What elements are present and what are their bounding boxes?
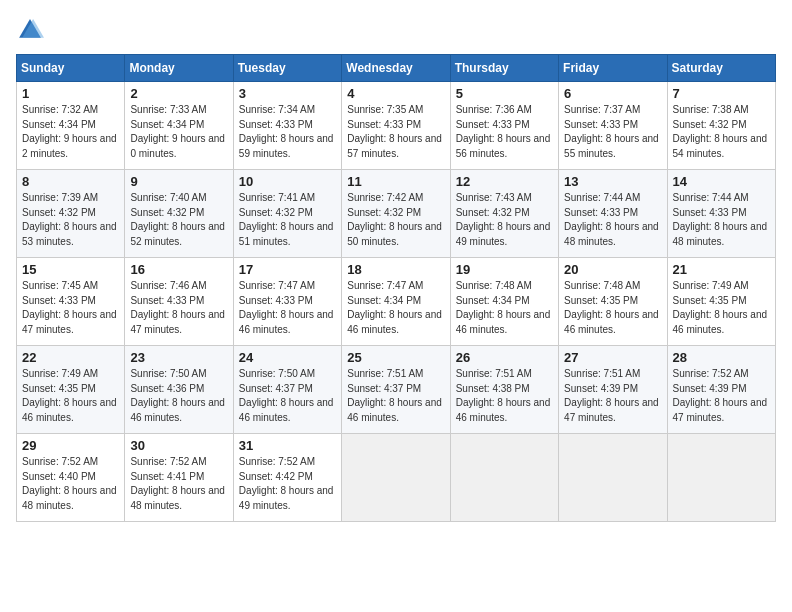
calendar-cell: 18 Sunrise: 7:47 AMSunset: 4:34 PMDaylig… <box>342 258 450 346</box>
day-number: 21 <box>673 262 770 277</box>
cell-info: Sunrise: 7:40 AMSunset: 4:32 PMDaylight:… <box>130 192 225 247</box>
day-number: 11 <box>347 174 444 189</box>
day-number: 15 <box>22 262 119 277</box>
calendar-cell: 5 Sunrise: 7:36 AMSunset: 4:33 PMDayligh… <box>450 82 558 170</box>
day-number: 31 <box>239 438 336 453</box>
day-number: 3 <box>239 86 336 101</box>
cell-info: Sunrise: 7:51 AMSunset: 4:38 PMDaylight:… <box>456 368 551 423</box>
day-number: 22 <box>22 350 119 365</box>
cell-info: Sunrise: 7:52 AMSunset: 4:39 PMDaylight:… <box>673 368 768 423</box>
weekday-header: Sunday <box>17 55 125 82</box>
calendar-cell: 15 Sunrise: 7:45 AMSunset: 4:33 PMDaylig… <box>17 258 125 346</box>
cell-info: Sunrise: 7:35 AMSunset: 4:33 PMDaylight:… <box>347 104 442 159</box>
cell-info: Sunrise: 7:52 AMSunset: 4:41 PMDaylight:… <box>130 456 225 511</box>
calendar-cell: 4 Sunrise: 7:35 AMSunset: 4:33 PMDayligh… <box>342 82 450 170</box>
day-number: 19 <box>456 262 553 277</box>
cell-info: Sunrise: 7:34 AMSunset: 4:33 PMDaylight:… <box>239 104 334 159</box>
day-number: 4 <box>347 86 444 101</box>
logo-icon <box>16 16 44 44</box>
calendar-cell: 2 Sunrise: 7:33 AMSunset: 4:34 PMDayligh… <box>125 82 233 170</box>
weekday-header: Tuesday <box>233 55 341 82</box>
weekday-header: Monday <box>125 55 233 82</box>
calendar-cell <box>450 434 558 522</box>
cell-info: Sunrise: 7:36 AMSunset: 4:33 PMDaylight:… <box>456 104 551 159</box>
calendar-cell: 30 Sunrise: 7:52 AMSunset: 4:41 PMDaylig… <box>125 434 233 522</box>
day-number: 20 <box>564 262 661 277</box>
calendar-week-row: 29 Sunrise: 7:52 AMSunset: 4:40 PMDaylig… <box>17 434 776 522</box>
day-number: 2 <box>130 86 227 101</box>
day-number: 17 <box>239 262 336 277</box>
day-number: 10 <box>239 174 336 189</box>
cell-info: Sunrise: 7:51 AMSunset: 4:39 PMDaylight:… <box>564 368 659 423</box>
day-number: 18 <box>347 262 444 277</box>
calendar-header-row: SundayMondayTuesdayWednesdayThursdayFrid… <box>17 55 776 82</box>
weekday-header: Saturday <box>667 55 775 82</box>
weekday-header: Wednesday <box>342 55 450 82</box>
day-number: 28 <box>673 350 770 365</box>
cell-info: Sunrise: 7:38 AMSunset: 4:32 PMDaylight:… <box>673 104 768 159</box>
cell-info: Sunrise: 7:48 AMSunset: 4:35 PMDaylight:… <box>564 280 659 335</box>
cell-info: Sunrise: 7:44 AMSunset: 4:33 PMDaylight:… <box>564 192 659 247</box>
calendar-cell: 31 Sunrise: 7:52 AMSunset: 4:42 PMDaylig… <box>233 434 341 522</box>
calendar-cell: 28 Sunrise: 7:52 AMSunset: 4:39 PMDaylig… <box>667 346 775 434</box>
calendar-cell: 11 Sunrise: 7:42 AMSunset: 4:32 PMDaylig… <box>342 170 450 258</box>
day-number: 7 <box>673 86 770 101</box>
calendar-cell: 26 Sunrise: 7:51 AMSunset: 4:38 PMDaylig… <box>450 346 558 434</box>
calendar-cell: 24 Sunrise: 7:50 AMSunset: 4:37 PMDaylig… <box>233 346 341 434</box>
calendar-cell: 3 Sunrise: 7:34 AMSunset: 4:33 PMDayligh… <box>233 82 341 170</box>
day-number: 25 <box>347 350 444 365</box>
day-number: 29 <box>22 438 119 453</box>
calendar-cell: 13 Sunrise: 7:44 AMSunset: 4:33 PMDaylig… <box>559 170 667 258</box>
cell-info: Sunrise: 7:46 AMSunset: 4:33 PMDaylight:… <box>130 280 225 335</box>
cell-info: Sunrise: 7:41 AMSunset: 4:32 PMDaylight:… <box>239 192 334 247</box>
logo <box>16 16 48 44</box>
day-number: 9 <box>130 174 227 189</box>
calendar-week-row: 22 Sunrise: 7:49 AMSunset: 4:35 PMDaylig… <box>17 346 776 434</box>
cell-info: Sunrise: 7:48 AMSunset: 4:34 PMDaylight:… <box>456 280 551 335</box>
cell-info: Sunrise: 7:52 AMSunset: 4:40 PMDaylight:… <box>22 456 117 511</box>
day-number: 13 <box>564 174 661 189</box>
cell-info: Sunrise: 7:47 AMSunset: 4:34 PMDaylight:… <box>347 280 442 335</box>
calendar-cell: 10 Sunrise: 7:41 AMSunset: 4:32 PMDaylig… <box>233 170 341 258</box>
calendar-cell: 6 Sunrise: 7:37 AMSunset: 4:33 PMDayligh… <box>559 82 667 170</box>
calendar-cell <box>342 434 450 522</box>
weekday-header: Thursday <box>450 55 558 82</box>
calendar-cell: 20 Sunrise: 7:48 AMSunset: 4:35 PMDaylig… <box>559 258 667 346</box>
day-number: 26 <box>456 350 553 365</box>
cell-info: Sunrise: 7:51 AMSunset: 4:37 PMDaylight:… <box>347 368 442 423</box>
calendar-cell <box>559 434 667 522</box>
calendar-cell: 25 Sunrise: 7:51 AMSunset: 4:37 PMDaylig… <box>342 346 450 434</box>
cell-info: Sunrise: 7:39 AMSunset: 4:32 PMDaylight:… <box>22 192 117 247</box>
calendar-cell: 19 Sunrise: 7:48 AMSunset: 4:34 PMDaylig… <box>450 258 558 346</box>
day-number: 5 <box>456 86 553 101</box>
cell-info: Sunrise: 7:42 AMSunset: 4:32 PMDaylight:… <box>347 192 442 247</box>
weekday-header: Friday <box>559 55 667 82</box>
calendar-cell: 16 Sunrise: 7:46 AMSunset: 4:33 PMDaylig… <box>125 258 233 346</box>
calendar-week-row: 15 Sunrise: 7:45 AMSunset: 4:33 PMDaylig… <box>17 258 776 346</box>
calendar-cell: 22 Sunrise: 7:49 AMSunset: 4:35 PMDaylig… <box>17 346 125 434</box>
calendar-cell: 12 Sunrise: 7:43 AMSunset: 4:32 PMDaylig… <box>450 170 558 258</box>
cell-info: Sunrise: 7:50 AMSunset: 4:36 PMDaylight:… <box>130 368 225 423</box>
cell-info: Sunrise: 7:33 AMSunset: 4:34 PMDaylight:… <box>130 104 225 159</box>
cell-info: Sunrise: 7:50 AMSunset: 4:37 PMDaylight:… <box>239 368 334 423</box>
day-number: 8 <box>22 174 119 189</box>
cell-info: Sunrise: 7:37 AMSunset: 4:33 PMDaylight:… <box>564 104 659 159</box>
calendar-cell: 29 Sunrise: 7:52 AMSunset: 4:40 PMDaylig… <box>17 434 125 522</box>
cell-info: Sunrise: 7:47 AMSunset: 4:33 PMDaylight:… <box>239 280 334 335</box>
calendar-week-row: 1 Sunrise: 7:32 AMSunset: 4:34 PMDayligh… <box>17 82 776 170</box>
day-number: 12 <box>456 174 553 189</box>
day-number: 24 <box>239 350 336 365</box>
calendar-cell: 7 Sunrise: 7:38 AMSunset: 4:32 PMDayligh… <box>667 82 775 170</box>
calendar-cell: 21 Sunrise: 7:49 AMSunset: 4:35 PMDaylig… <box>667 258 775 346</box>
calendar-cell: 8 Sunrise: 7:39 AMSunset: 4:32 PMDayligh… <box>17 170 125 258</box>
day-number: 14 <box>673 174 770 189</box>
day-number: 16 <box>130 262 227 277</box>
calendar-cell: 17 Sunrise: 7:47 AMSunset: 4:33 PMDaylig… <box>233 258 341 346</box>
calendar-cell: 9 Sunrise: 7:40 AMSunset: 4:32 PMDayligh… <box>125 170 233 258</box>
calendar-cell <box>667 434 775 522</box>
calendar-cell: 1 Sunrise: 7:32 AMSunset: 4:34 PMDayligh… <box>17 82 125 170</box>
cell-info: Sunrise: 7:52 AMSunset: 4:42 PMDaylight:… <box>239 456 334 511</box>
day-number: 6 <box>564 86 661 101</box>
calendar-cell: 14 Sunrise: 7:44 AMSunset: 4:33 PMDaylig… <box>667 170 775 258</box>
cell-info: Sunrise: 7:45 AMSunset: 4:33 PMDaylight:… <box>22 280 117 335</box>
